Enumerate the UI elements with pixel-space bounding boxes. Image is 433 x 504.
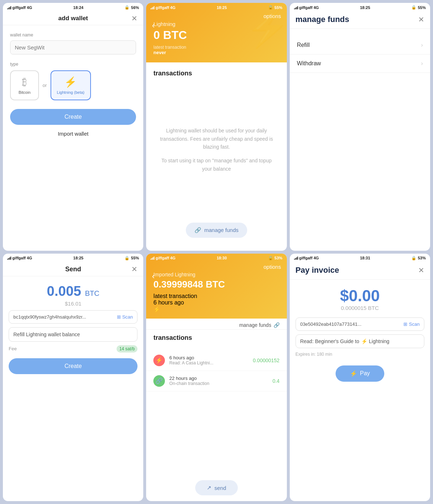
- amount-display: 0.005 BTC $16.01: [3, 276, 143, 310]
- status-left-s3: giffgaff 4G: [294, 5, 319, 10]
- status-right-s6: 🔒 53%: [411, 256, 426, 260]
- signal-icon-s4: [7, 256, 11, 260]
- back-button-s2[interactable]: ‹: [152, 21, 154, 30]
- add-wallet-body: wallet name type ₿ Bitcoin or ⚡ Lightnin…: [3, 25, 143, 251]
- lock-icon-s4: 🔒: [124, 256, 130, 260]
- manage-funds-label-s2: manage funds: [204, 227, 239, 233]
- fee-badge: 14 sat/b: [117, 345, 138, 352]
- send-btn-row: ↗ send: [146, 474, 287, 501]
- screen-add-wallet: giffgaff 4G 18:24 🔒 56% add wallet ✕ wal…: [3, 3, 143, 251]
- add-wallet-title: add wallet: [58, 15, 88, 22]
- type-bitcoin[interactable]: ₿ Bitcoin: [10, 70, 39, 100]
- status-bar-s5: giffgaff 4G 18:30 🔒 53%: [146, 254, 287, 262]
- watermark-s2: ⚡: [245, 10, 287, 46]
- qr-icon-s6: ⊞: [403, 321, 407, 327]
- refill-menu-item[interactable]: Refill ›: [290, 36, 430, 54]
- tx-time-1: 22 hours ago: [169, 376, 268, 381]
- invoice-btc: 0.0000015 BTC: [297, 305, 423, 311]
- options-button-s5[interactable]: options: [263, 264, 281, 270]
- close-button-s1[interactable]: ✕: [131, 15, 137, 22]
- tx-time-0: 6 hours ago: [169, 355, 248, 360]
- network-s1: 4G: [27, 5, 32, 10]
- scan-label-s6: Scan: [409, 321, 420, 327]
- scan-button-s4[interactable]: ⊞ Scan: [117, 314, 133, 320]
- status-right-s2: 🔒 55%: [268, 5, 283, 10]
- invoice-usd: $0.00: [297, 287, 423, 305]
- battery-s2: 55%: [275, 5, 283, 10]
- close-button-s6[interactable]: ✕: [418, 267, 424, 274]
- withdraw-label: Withdraw: [297, 60, 321, 67]
- create-button-s1[interactable]: Create: [10, 109, 136, 125]
- close-button-s4[interactable]: ✕: [131, 266, 137, 273]
- pay-invoice-title: Pay invoice: [296, 266, 339, 275]
- screen-lightning-wallet: giffgaff 4G 18:25 🔒 55% ‹ options Lightn…: [146, 3, 287, 251]
- time-s1: 18:24: [73, 5, 83, 10]
- create-button-s4[interactable]: Create: [9, 358, 137, 374]
- link-icon-s5: 🔗: [274, 322, 280, 328]
- signal-icon-s5: [150, 256, 154, 260]
- withdraw-menu-item[interactable]: Withdraw ›: [290, 54, 430, 73]
- type-lightning[interactable]: ⚡ Lightning (beta): [51, 70, 91, 100]
- balance-s5: 0.39999848 BTC: [153, 279, 279, 290]
- time-s3: 18:25: [360, 5, 370, 10]
- lock-icon-s2: 🔒: [268, 5, 273, 10]
- back-button-s5[interactable]: ‹: [152, 272, 154, 281]
- network-s2: 4G: [170, 5, 176, 10]
- address-text: bc1qqtx90fyswz7gh4hsalquhx9zr...: [13, 314, 114, 320]
- send-icon: ↗: [207, 485, 211, 491]
- status-left-s6: giffgaff 4G: [294, 256, 319, 260]
- manage-funds-label-s5: manage funds: [239, 322, 271, 328]
- amount-unit: BTC: [85, 289, 99, 297]
- pay-label: Pay: [360, 370, 370, 377]
- lightning-label: Lightning (beta): [57, 90, 84, 95]
- signal-icon-s6: [294, 256, 298, 260]
- add-wallet-header: add wallet ✕: [3, 11, 143, 25]
- or-text: or: [43, 83, 47, 88]
- status-bar-s2: giffgaff 4G 18:25 🔒 55%: [146, 3, 287, 11]
- status-right-s1: 🔒 56%: [124, 5, 139, 10]
- screen-send: giffgaff 4G 18:25 🔒 55% Send ✕ 0.005 BTC…: [3, 254, 143, 501]
- lock-icon-s3: 🔒: [411, 5, 416, 10]
- transactions-title-s2: transactions: [153, 70, 279, 77]
- note-field[interactable]: Refill Lightning wallet balance: [9, 327, 137, 342]
- send-button-s5[interactable]: ↗ send: [195, 480, 238, 495]
- pay-btn-wrapper: ⚡ Pay: [290, 363, 430, 387]
- close-button-s3[interactable]: ✕: [418, 16, 424, 23]
- bitcoin-icon: ₿: [22, 76, 27, 88]
- network-s4: 4G: [27, 256, 32, 260]
- imported-header: giffgaff 4G 18:30 🔒 53% ‹ options Import…: [146, 254, 287, 319]
- tx-info-0: 6 hours ago Read: A Casa Lightni...: [169, 355, 248, 365]
- lightning-body: transactions Lightning wallet should be …: [146, 62, 287, 251]
- tx-row-1[interactable]: 🔗 22 hours ago On-chain transaction 0.4: [146, 371, 287, 391]
- amount-btc: 0.005 BTC: [10, 284, 136, 299]
- wallet-type-s5: Imported Lightning: [153, 272, 279, 277]
- manage-funds-row-s5[interactable]: manage funds 🔗: [146, 319, 287, 330]
- send-label-s5: send: [214, 485, 226, 491]
- signal-icon-s2: [150, 6, 154, 9]
- status-right-s3: 🔒 55%: [411, 5, 426, 10]
- time-s4: 18:25: [73, 256, 83, 260]
- lightning-pay-icon: ⚡: [350, 370, 357, 377]
- status-left-s1: giffgaff 4G: [7, 5, 32, 10]
- screen-imported-lightning: giffgaff 4G 18:30 🔒 53% ‹ options Import…: [146, 254, 287, 501]
- tx-row-0[interactable]: ⚡ 6 hours ago Read: A Casa Lightni... 0.…: [146, 350, 287, 371]
- chevron-icon-withdraw: ›: [421, 60, 423, 67]
- tx-info-1: 22 hours ago On-chain transaction: [169, 376, 268, 386]
- send-header: Send ✕: [3, 262, 143, 276]
- tx-amount-1: 0.4: [272, 378, 279, 384]
- lock-icon-s6: 🔒: [411, 256, 416, 260]
- manage-funds-button-s2[interactable]: 🔗 manage funds: [186, 223, 247, 238]
- menu-list: Refill › Withdraw ›: [290, 36, 430, 73]
- transactions-title-s5: transactions: [153, 334, 279, 342]
- wallet-name-input[interactable]: [10, 40, 136, 54]
- import-wallet-link[interactable]: Import wallet: [10, 131, 136, 137]
- lock-icon-s1: 🔒: [124, 5, 130, 10]
- scan-button-s6[interactable]: ⊞ Scan: [403, 321, 420, 327]
- status-left-s4: giffgaff 4G: [7, 256, 32, 260]
- invoice-amount: $0.00 0.0000015 BTC: [290, 280, 430, 314]
- bitcoin-label: Bitcoin: [18, 90, 30, 95]
- carrier-s5: giffgaff: [156, 256, 169, 260]
- network-s3: 4G: [314, 5, 319, 10]
- empty-state: Lightning wallet should be used for your…: [153, 83, 279, 217]
- pay-button[interactable]: ⚡ Pay: [336, 365, 385, 382]
